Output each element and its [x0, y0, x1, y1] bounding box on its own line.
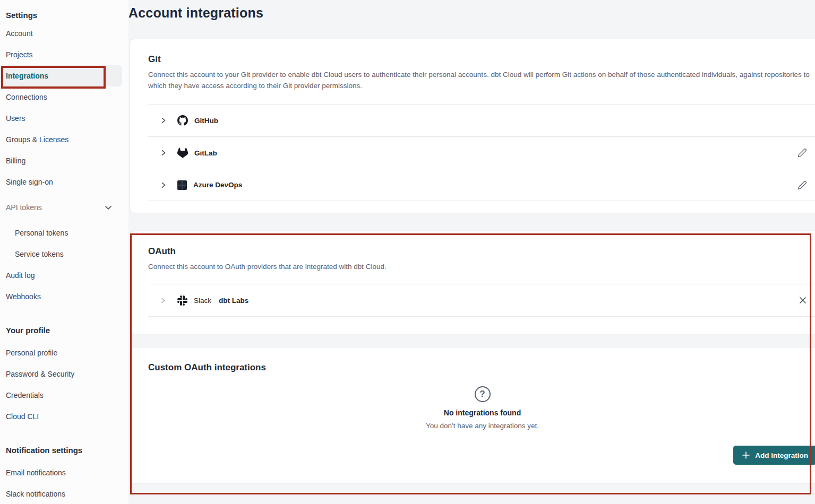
edit-gitlab-button[interactable]: [795, 146, 809, 160]
sidebar-item-cloud-cli[interactable]: Cloud CLI: [0, 406, 122, 427]
add-integration-label: Add integration: [755, 451, 808, 459]
button-bar: Add integration: [148, 446, 815, 465]
git-provider-name: Azure DevOps: [193, 181, 242, 189]
sidebar-item-slack-notifications[interactable]: Slack notifications: [0, 483, 122, 504]
custom-oauth-section-card: Custom OAuth integrations ? No integrati…: [130, 347, 815, 483]
edit-azure-devops-button[interactable]: [795, 178, 809, 192]
git-section-card: Git Connect this account to your Git pro…: [130, 39, 815, 213]
oauth-section-card: OAuth Connect this account to OAuth prov…: [130, 231, 815, 334]
chevron-right-icon[interactable]: [160, 181, 167, 189]
sidebar-item-projects[interactable]: Projects: [0, 44, 122, 65]
main-content: Account integrations Git Connect this ac…: [128, 0, 815, 483]
sidebar-item-account[interactable]: Account: [0, 23, 122, 44]
sidebar-item-billing[interactable]: Billing: [0, 150, 122, 171]
git-section-title: Git: [148, 54, 815, 65]
remove-slack-button[interactable]: [796, 294, 809, 307]
sidebar-item-service-tokens[interactable]: Service tokens: [0, 244, 122, 265]
empty-state-subtitle: You don't have any integrations yet.: [426, 422, 539, 430]
sidebar-item-credentials[interactable]: Credentials: [0, 385, 122, 406]
chevron-right-icon[interactable]: [160, 117, 167, 124]
chevron-down-icon: [104, 203, 113, 212]
sidebar-item-audit-log[interactable]: Audit log: [0, 265, 122, 286]
oauth-provider-name: Slack: [194, 297, 211, 305]
git-provider-row-azure-devops[interactable]: Azure DevOps: [148, 169, 815, 201]
custom-oauth-section-title: Custom OAuth integrations: [148, 362, 815, 373]
pencil-icon: [797, 148, 807, 158]
sidebar-item-groups-licenses[interactable]: Groups & Licenses: [0, 129, 122, 150]
git-provider-list: GitHub GitLab: [148, 104, 815, 201]
github-icon: [177, 115, 188, 126]
add-integration-button[interactable]: Add integration: [733, 446, 815, 465]
oauth-section-title: OAuth: [148, 246, 815, 257]
oauth-section-description: Connect this account to OAuth providers …: [148, 261, 815, 272]
page-title: Account integrations: [128, 0, 815, 21]
sidebar-item-integrations[interactable]: Integrations: [0, 65, 122, 86]
sidebar-item-password-security[interactable]: Password & Security: [0, 363, 122, 385]
sidebar-item-webhooks[interactable]: Webhooks: [0, 286, 122, 307]
plus-icon: [742, 451, 750, 459]
sidebar-item-connections[interactable]: Connections: [0, 86, 122, 108]
git-provider-row-github[interactable]: GitHub: [148, 104, 815, 136]
sidebar-item-personal-tokens[interactable]: Personal tokens: [0, 222, 122, 244]
slack-icon: [177, 296, 187, 306]
oauth-provider-account: dbt Labs: [219, 297, 248, 305]
oauth-provider-row-slack[interactable]: Slack dbt Labs: [148, 284, 815, 317]
sidebar-item-personal-profile[interactable]: Personal profile: [0, 342, 122, 363]
oauth-provider-list: Slack dbt Labs: [148, 284, 815, 317]
git-provider-name: GitHub: [194, 117, 218, 125]
sidebar-section-notification-settings: Notification settings: [0, 442, 128, 458]
chevron-right-icon[interactable]: [160, 149, 167, 157]
close-icon: [799, 296, 807, 305]
question-circle-icon: ?: [475, 386, 491, 402]
chevron-right-icon[interactable]: [160, 297, 167, 304]
git-provider-name: GitLab: [194, 149, 217, 157]
git-provider-row-gitlab[interactable]: GitLab: [148, 136, 815, 169]
sidebar-item-email-notifications[interactable]: Email notifications: [0, 462, 122, 483]
empty-state-title: No integrations found: [444, 409, 521, 417]
sidebar-item-users[interactable]: Users: [0, 108, 122, 129]
sidebar-section-settings: Settings: [0, 7, 128, 23]
sidebar-item-single-sign-on[interactable]: Single sign-on: [0, 171, 122, 193]
pencil-icon: [797, 180, 807, 190]
settings-sidebar: Settings Account Projects Integrations C…: [0, 0, 128, 504]
gitlab-icon: [177, 147, 188, 158]
git-section-description: Connect this account to your Git provide…: [148, 69, 815, 91]
sidebar-item-api-tokens[interactable]: API tokens: [0, 197, 122, 218]
empty-state: ? No integrations found You don't have a…: [148, 386, 815, 430]
azure-devops-icon: [177, 180, 187, 190]
sidebar-section-your-profile: Your profile: [0, 322, 128, 338]
